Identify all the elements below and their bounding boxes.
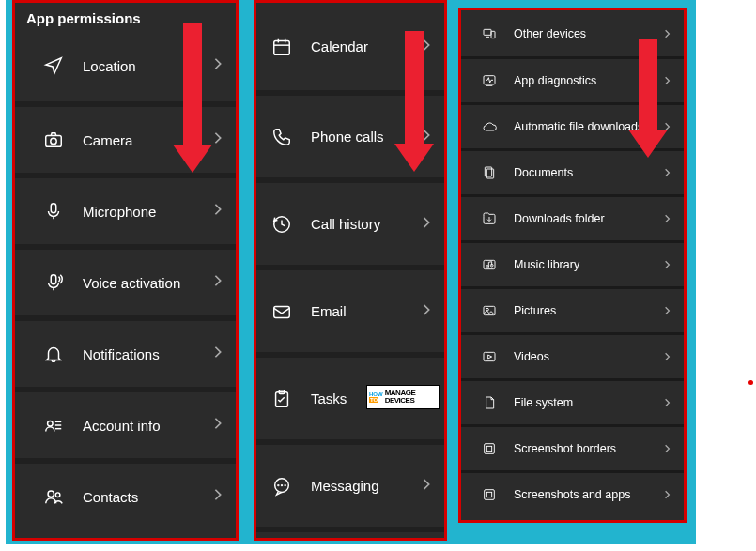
permission-item-camera[interactable]: Camera <box>15 101 236 173</box>
permission-item-email[interactable]: Email <box>256 265 444 352</box>
permission-label: Screenshots and apps <box>514 488 630 501</box>
chevron-right-icon <box>422 478 431 495</box>
permission-item-contacts[interactable]: Contacts <box>15 458 236 529</box>
voice-activation-icon <box>41 272 66 293</box>
permission-label: Music library <box>514 258 579 271</box>
screenshot-icon <box>480 487 499 502</box>
permissions-panel-3: Other devicesApp diagnosticsAutomatic fi… <box>458 8 687 523</box>
permission-label: Notifications <box>83 346 160 362</box>
music-icon <box>480 257 499 272</box>
permission-label: Other devices <box>514 27 586 40</box>
permission-label: Phone calls <box>311 129 384 145</box>
permission-label: Downloads folder <box>514 212 605 225</box>
chevron-right-icon <box>664 256 671 273</box>
permission-item-microphone[interactable]: Microphone <box>15 173 236 244</box>
chevron-right-icon <box>664 394 671 411</box>
permission-item-notifications[interactable]: Notifications <box>15 315 236 387</box>
watermark: HOWTO MANAGE DEVICES <box>366 385 440 409</box>
screenshot-icon <box>480 441 499 456</box>
chevron-right-icon <box>422 303 431 320</box>
permission-item-file-system[interactable]: File system <box>461 378 684 424</box>
chevron-right-icon <box>664 486 671 503</box>
permission-item-account-info[interactable]: Account info <box>15 387 236 458</box>
chevron-right-icon <box>213 274 223 291</box>
chevron-right-icon <box>664 25 671 42</box>
pictures-icon <box>480 303 499 318</box>
permissions-list-2: CalendarPhone callsCall historyEmailTask… <box>256 3 444 541</box>
permission-item-videos[interactable]: Videos <box>461 332 684 378</box>
permission-label: Location <box>83 58 136 74</box>
location-icon <box>41 55 66 76</box>
permission-label: Messaging <box>311 478 379 494</box>
call-history-icon <box>270 214 294 235</box>
permissions-list-3: Other devicesApp diagnosticsAutomatic fi… <box>461 10 684 516</box>
documents-icon <box>480 165 499 180</box>
chevron-right-icon <box>213 131 223 148</box>
permissions-panel-1: App permissions LocationCameraMicrophone… <box>12 0 239 541</box>
notifications-icon <box>41 344 66 364</box>
calendar-icon <box>270 37 294 57</box>
chevron-right-icon <box>664 72 671 89</box>
permissions-list-1: LocationCameraMicrophoneVoice activation… <box>15 30 236 529</box>
permission-label: Camera <box>83 132 132 148</box>
camera-icon <box>41 130 66 150</box>
permission-item-voice-activation[interactable]: Voice activation <box>15 244 236 315</box>
permission-item-documents[interactable]: Documents <box>461 148 684 194</box>
decorative-dot <box>748 380 753 385</box>
cloud-icon <box>480 119 499 134</box>
account-info-icon <box>41 415 66 436</box>
permission-label: File system <box>514 396 573 409</box>
permission-label: Contacts <box>83 489 138 505</box>
chevron-right-icon <box>664 348 671 365</box>
permission-label: Email <box>311 303 347 319</box>
chevron-right-icon <box>422 129 431 145</box>
permissions-panel-2: CalendarPhone callsCall historyEmailTask… <box>254 0 447 541</box>
permission-item-radios[interactable]: Radios <box>256 527 444 541</box>
permission-item-screenshot[interactable]: Screenshot borders <box>461 424 684 470</box>
diagnostics-icon <box>480 73 499 88</box>
file-system-icon <box>480 395 499 410</box>
permission-item-other-devices[interactable]: Other devices <box>461 10 684 56</box>
chevron-right-icon <box>213 345 223 362</box>
chevron-right-icon <box>213 417 223 434</box>
permission-item-music[interactable]: Music library <box>461 240 684 286</box>
permission-label: Calendar <box>311 38 368 54</box>
permission-label: Automatic file downloads <box>514 120 643 133</box>
permission-label: Microphone <box>83 204 156 220</box>
permission-label: Call history <box>311 216 380 232</box>
permission-label: Account info <box>83 418 161 434</box>
permission-label: Videos <box>514 350 549 363</box>
permission-item-downloads[interactable]: Downloads folder <box>461 194 684 240</box>
permission-label: Voice activation <box>83 275 180 291</box>
microphone-icon <box>41 201 66 222</box>
permission-label: Pictures <box>514 304 556 317</box>
chevron-right-icon <box>422 216 431 233</box>
chevron-right-icon <box>213 57 223 74</box>
permission-item-screenshot[interactable]: Screenshots and apps <box>461 470 684 516</box>
videos-icon <box>480 349 499 364</box>
permission-item-messaging[interactable]: Messaging <box>256 439 444 527</box>
contacts-icon <box>41 486 66 507</box>
permission-item-diagnostics[interactable]: App diagnostics <box>461 56 684 102</box>
chevron-right-icon <box>664 118 671 135</box>
chevron-right-icon <box>664 164 671 181</box>
permission-label: Documents <box>514 166 573 179</box>
chevron-right-icon <box>422 38 431 55</box>
chevron-right-icon <box>213 203 223 220</box>
permission-item-calendar[interactable]: Calendar <box>256 3 444 90</box>
permission-label: Tasks <box>311 390 347 406</box>
permissions-heading: App permissions <box>15 3 236 30</box>
permission-label: App diagnostics <box>514 74 596 87</box>
chevron-right-icon <box>213 488 223 505</box>
permission-item-phone[interactable]: Phone calls <box>256 90 444 177</box>
permission-item-cloud[interactable]: Automatic file downloads <box>461 102 684 148</box>
permission-item-call-history[interactable]: Call history <box>256 177 444 265</box>
permission-item-location[interactable]: Location <box>15 30 236 101</box>
chevron-right-icon <box>664 210 671 227</box>
email-icon <box>270 301 294 322</box>
tasks-icon <box>270 389 294 409</box>
permission-item-pictures[interactable]: Pictures <box>461 286 684 332</box>
downloads-icon <box>480 211 499 226</box>
chevron-right-icon <box>664 302 671 319</box>
messaging-icon <box>270 476 294 497</box>
